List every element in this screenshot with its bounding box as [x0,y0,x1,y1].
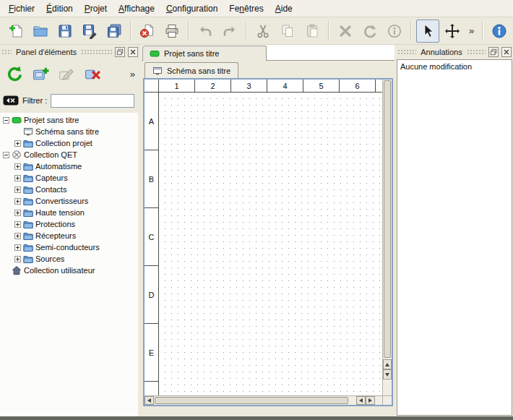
save-all-button[interactable] [103,20,126,43]
selection-mode-button[interactable] [416,20,439,43]
tree-item[interactable]: Collection projet [0,137,138,149]
expand-toggle[interactable] [14,221,21,228]
paste-button[interactable] [301,20,324,43]
delete-element-button[interactable] [81,62,105,86]
about-icon [491,23,507,39]
undo-button[interactable] [194,20,217,43]
open-file-button[interactable] [29,20,52,43]
horizontal-scrollbar-thumb[interactable] [155,397,348,404]
expand-toggle[interactable] [14,210,21,216]
elements-panel-overflow-button[interactable]: » [126,69,137,80]
expand-toggle[interactable] [14,163,21,170]
reload-collections-button[interactable] [3,62,27,86]
visualisation-mode-button[interactable] [441,20,464,43]
copy-button[interactable] [276,20,299,43]
tree-item[interactable]: Convertisseurs [0,195,138,207]
tree-item[interactable]: Automatisme [0,160,138,172]
tree-item-label: Sources [35,254,64,263]
redo-button[interactable] [218,20,241,43]
tree-item[interactable]: Projet sans titre [0,114,138,126]
toolbar-overflow-button[interactable]: » [465,25,478,36]
column-header-cell: 6 [340,80,376,93]
folder-icon [23,242,33,252]
expand-toggle[interactable] [14,187,21,193]
dock-grip [397,48,416,56]
undo-list-item[interactable]: Aucune modification [397,60,512,73]
diagram-sheet: 123456 ABCDE [145,80,382,395]
float-button[interactable] [115,47,125,57]
about-button[interactable] [488,20,511,43]
scroll-left-button[interactable] [145,396,154,405]
collapse-toggle[interactable] [3,117,9,124]
column-header-cell: 1 [159,80,195,93]
elements-tree: Projet sans titreSchéma sans titreCollec… [0,113,138,416]
element-infos-button[interactable] [383,20,406,43]
tree-item[interactable]: Semi-conducteurs [0,241,138,253]
tree-item[interactable]: Capteurs [0,172,138,184]
tree-item[interactable]: Récepteurs [0,230,138,241]
new-file-icon [8,23,24,39]
schema-tab-label: Schéma sans titre [167,67,230,75]
menu-item-dition[interactable]: Édition [40,1,79,16]
save-button[interactable] [53,20,77,43]
tree-item-label: Capteurs [35,173,68,182]
float-button[interactable] [488,47,499,57]
close-button[interactable] [128,47,138,57]
tree-item-label: Semi-conducteurs [35,243,100,252]
tree-item[interactable]: Schéma sans titre [0,126,138,137]
tree-item[interactable]: Contacts [0,184,138,195]
new-file-button[interactable] [4,20,27,43]
scroll-left-button-2[interactable] [356,396,366,405]
vertical-scrollbar-thumb[interactable] [384,80,391,358]
menu-item-affichage[interactable]: Affichage [113,1,160,16]
menu-item-configuration[interactable]: Configuration [160,1,223,16]
elements-panel-titlebar[interactable]: Panel d'éléments [1,46,138,58]
new-element-button[interactable] [29,62,53,86]
scroll-right-button[interactable] [366,396,375,405]
filter-label: Filtrer : [22,96,47,105]
clear-filter-icon[interactable] [3,94,19,107]
tree-item[interactable]: Sources [0,253,138,265]
menu-item-fentres[interactable]: Fenêtres [223,1,269,16]
tree-item[interactable]: Collection utilisateur [0,265,138,276]
rotate-button[interactable] [358,20,381,43]
edit-element-button[interactable] [55,62,79,86]
expand-toggle[interactable] [14,256,21,262]
undo-list: Aucune modification [397,59,512,416]
schema-icon [23,127,33,137]
row-header-cell: B [145,150,159,208]
scroll-down-button[interactable] [383,369,392,380]
tree-item[interactable]: Collection QET [0,149,138,160]
refresh-icon [6,65,24,83]
vertical-scrollbar[interactable] [382,80,392,395]
delete-button[interactable] [334,20,357,43]
scroll-up-button[interactable] [383,359,392,369]
tree-item[interactable]: Haute tension [0,207,138,218]
undo-panel-titlebar[interactable]: Annulations [397,46,512,58]
filter-input[interactable] [51,94,134,108]
expand-toggle[interactable] [14,244,21,251]
expand-toggle[interactable] [14,233,21,239]
save-as-button[interactable] [78,20,101,43]
expand-toggle[interactable] [14,140,21,147]
collapse-toggle[interactable] [3,152,9,158]
cut-button[interactable] [251,20,275,43]
tree-item[interactable]: Protections [0,218,138,230]
expand-toggle[interactable] [14,198,21,205]
project-tab[interactable]: Projet sans titre [142,46,267,61]
print-button[interactable] [160,20,184,43]
down-arrow-icon [385,373,389,377]
row-header-cell: C [145,208,159,266]
close-file-button[interactable] [136,20,159,43]
menu-item-aide[interactable]: Aide [270,1,298,16]
diagram-canvas[interactable] [159,93,382,395]
expand-toggle[interactable] [14,175,21,181]
menu-item-fichier[interactable]: Fichier [3,1,40,16]
column-header-filler [376,80,382,93]
menu-item-projet[interactable]: Projet [79,1,113,16]
close-button[interactable] [501,47,512,57]
tree-item-label: Protections [35,220,75,228]
tree-item-label: Schéma sans titre [35,127,99,136]
schema-tab[interactable]: Schéma sans titre [145,62,238,78]
horizontal-scrollbar[interactable] [145,395,382,405]
